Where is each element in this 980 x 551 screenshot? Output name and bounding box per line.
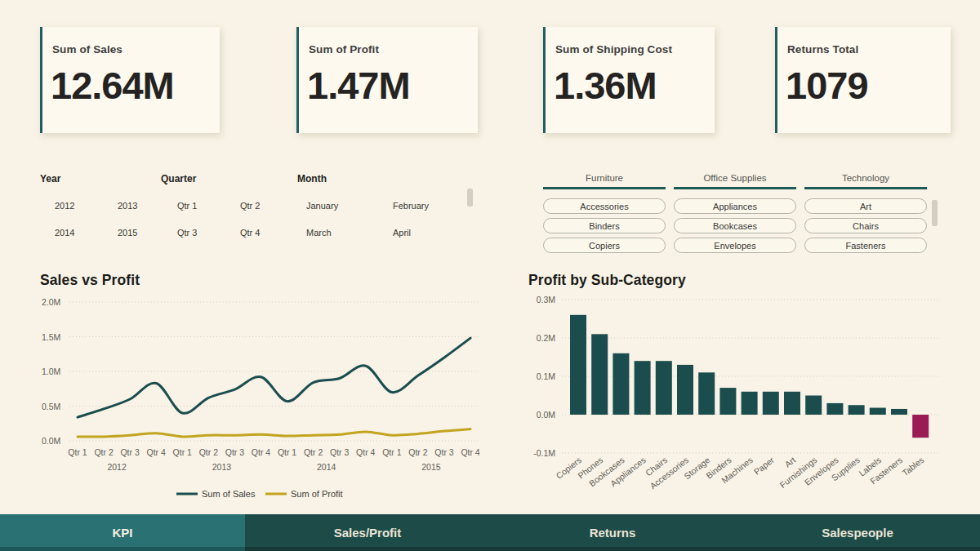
kpi-card-label: Returns Total <box>787 43 858 56</box>
category-tab-technology[interactable]: Technology <box>804 173 927 183</box>
x-axis-tick: Qtr 2 <box>199 447 218 457</box>
slicer-item-qtr-4[interactable]: Qtr 4 <box>240 228 303 238</box>
slicer-item-2013[interactable]: 2013 <box>118 201 180 211</box>
kpi-card-value: 1.36M <box>554 63 657 108</box>
x-axis-tick: Qtr 1 <box>173 447 192 457</box>
subcategory-button-fasteners[interactable]: Fasteners <box>804 238 927 253</box>
y-axis-tick: 0.5M <box>42 402 60 411</box>
bar-furnishings <box>805 396 822 415</box>
y-axis-tick: 0.3M <box>537 295 555 304</box>
nav-tab-sales-profit[interactable]: Sales/Profit <box>245 514 490 551</box>
month-slicer-header: Month <box>297 173 327 184</box>
subcategory-button-appliances[interactable]: Appliances <box>674 198 796 214</box>
x-axis-tick: Qtr 4 <box>147 447 166 457</box>
month-slicer: JanuaryFebruaryMarchApril <box>306 201 479 238</box>
series-line-sum-of-profit <box>78 429 470 437</box>
kpi-card-value: 1079 <box>786 63 868 108</box>
year-slicer-header: Year <box>40 173 60 184</box>
bar-supplies <box>849 405 865 415</box>
subcategory-button-chairs[interactable]: Chairs <box>804 218 927 233</box>
y-axis-tick: 0.0M <box>537 410 555 420</box>
nav-tab-returns[interactable]: Returns <box>490 514 735 551</box>
x-axis-tick: Qtr 3 <box>434 447 453 457</box>
x-axis-year-label: 2015 <box>421 462 441 472</box>
quarter-slicer-header: Quarter <box>161 173 196 184</box>
x-axis-tick: Qtr 2 <box>94 447 113 457</box>
slicer-item-2015[interactable]: 2015 <box>118 228 180 238</box>
sales-vs-profit-line-chart: 0.0M0.5M1.0M1.5M2.0MQtr 1Qtr 2Qtr 3Qtr 4… <box>40 295 497 532</box>
bar-phones <box>591 334 608 415</box>
subcategory-button-accessories[interactable]: Accessories <box>543 198 666 214</box>
y-axis-tick: 1.5M <box>42 332 60 342</box>
category-tab-underline <box>804 187 927 189</box>
series-line-sum-of-sales <box>78 338 470 417</box>
x-axis-tick: Tables <box>900 455 925 478</box>
y-axis-tick: 1.0M <box>42 367 60 376</box>
bar-envelopes <box>826 403 843 415</box>
bar-art <box>784 392 800 415</box>
bar-fasteners <box>891 409 907 415</box>
nav-tab-kpi[interactable]: KPI <box>0 514 245 551</box>
x-axis-tick: Qtr 2 <box>408 447 427 457</box>
subcategory-button-envelopes[interactable]: Envelopes <box>674 238 796 253</box>
kpi-card-profit: Sum of Profit 1.47M <box>296 27 478 133</box>
x-axis-tick: Paper <box>752 455 777 477</box>
kpi-card-shipping-cost: Sum of Shipping Cost 1.36M <box>543 27 715 133</box>
slicer-item-2014[interactable]: 2014 <box>55 228 118 238</box>
x-axis-tick: Qtr 4 <box>356 447 375 457</box>
legend-label-profit: Sum of Profit <box>291 489 343 499</box>
legend-label-sales: Sum of Sales <box>202 489 256 499</box>
category-slicer-scrollbar[interactable] <box>932 200 938 226</box>
y-axis-tick: 0.0M <box>42 436 60 446</box>
y-axis-tick: 2.0M <box>42 297 60 307</box>
category-tab-furniture[interactable]: Furniture <box>543 173 666 183</box>
bar-copiers <box>570 315 586 415</box>
month-slicer-scrollbar[interactable] <box>467 189 473 207</box>
line-chart-title: Sales vs Profit <box>40 272 140 289</box>
bar-labels <box>870 408 886 415</box>
subcategory-button-bookcases[interactable]: Bookcases <box>674 218 796 233</box>
x-axis-year-label: 2013 <box>212 462 232 472</box>
bar-chairs <box>656 361 672 415</box>
profit-by-subcategory-bar-chart: -0.1M0.0M0.1M0.2M0.3MCopiersPhonesBookca… <box>523 294 980 539</box>
x-axis-tick: Qtr 4 <box>461 447 479 457</box>
bar-paper <box>763 392 779 415</box>
bar-tables <box>912 415 929 438</box>
x-axis-tick: Qtr 1 <box>278 447 296 457</box>
x-axis-tick: Qtr 2 <box>304 447 323 457</box>
bar-machines <box>742 392 758 415</box>
subcategory-button-copiers[interactable]: Copiers <box>543 238 666 253</box>
quarter-slicer: Qtr 1Qtr 2Qtr 3Qtr 4 <box>177 201 303 238</box>
bar-binders <box>719 388 736 415</box>
slicer-item-qtr-1[interactable]: Qtr 1 <box>177 201 240 211</box>
kpi-card-label: Sum of Sales <box>52 43 122 56</box>
kpi-card-value: 1.47M <box>307 63 410 108</box>
slicer-item-qtr-3[interactable]: Qtr 3 <box>177 228 240 238</box>
subcategory-button-art[interactable]: Art <box>804 198 927 214</box>
x-axis-tick: Qtr 1 <box>68 447 87 457</box>
slicer-item-qtr-2[interactable]: Qtr 2 <box>240 201 303 211</box>
x-axis-year-label: 2012 <box>107 462 127 472</box>
bar-storage <box>698 372 715 415</box>
page-navigation-bar: KPISales/ProfitReturnsSalespeople <box>0 514 980 551</box>
nav-tab-salespeople[interactable]: Salespeople <box>735 514 980 551</box>
subcategory-button-binders[interactable]: Binders <box>543 218 666 233</box>
x-axis-tick: Qtr 3 <box>120 447 139 457</box>
x-axis-tick: Qtr 4 <box>252 447 270 457</box>
kpi-card-value: 12.64M <box>51 63 174 108</box>
slicer-item-2012[interactable]: 2012 <box>55 201 118 211</box>
y-axis-tick: 0.1M <box>537 371 555 381</box>
y-axis-tick: 0.2M <box>537 333 555 343</box>
x-axis-tick: Qtr 3 <box>330 447 349 457</box>
bar-accessories <box>677 365 693 415</box>
slicer-item-january[interactable]: January <box>306 201 393 211</box>
x-axis-tick: Qtr 3 <box>225 447 244 457</box>
category-tab-office-supplies[interactable]: Office Supplies <box>674 173 796 183</box>
bar-chart-title: Profit by Sub-Category <box>528 272 686 289</box>
bar-bookcases <box>612 353 629 415</box>
x-axis-tick: Art <box>782 455 797 469</box>
slicer-item-march[interactable]: March <box>306 228 393 238</box>
y-axis-tick: -0.1M <box>533 448 555 458</box>
slicer-item-april[interactable]: April <box>393 228 479 238</box>
x-axis-year-label: 2014 <box>317 462 336 472</box>
